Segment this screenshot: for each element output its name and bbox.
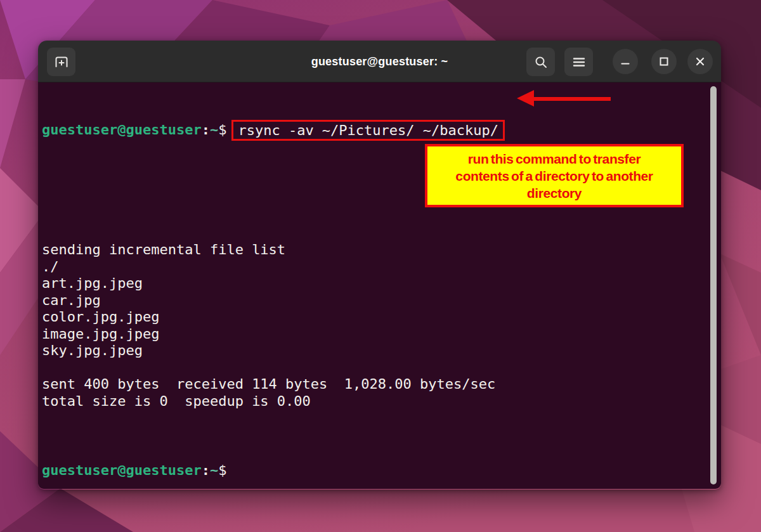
annotation-text-line: run this command to transfer [468, 150, 641, 167]
terminal-line: sending incremental file list [42, 242, 706, 259]
terminal-scrollbar[interactable] [710, 86, 717, 484]
terminal-line: art.jpg.jpeg [42, 275, 706, 292]
command-prompt-line: guestuser@guestuser:~$ rsync -av ~/Pictu… [42, 120, 706, 141]
terminal-line: image.jpg.jpeg [42, 326, 706, 343]
hamburger-menu-icon [571, 55, 587, 70]
new-tab-icon [53, 54, 70, 70]
search-button[interactable] [526, 48, 555, 76]
highlighted-command: rsync -av ~/Pictures/ ~/backup/ [231, 120, 505, 141]
close-button[interactable] [687, 49, 713, 74]
minimize-icon [619, 55, 632, 68]
menu-button[interactable] [564, 48, 593, 76]
annotation-callout: run this command to transfercontents of … [425, 144, 684, 207]
prompt-dollar: $ [218, 462, 226, 479]
annotation-text-line: contents of a directory to another [455, 167, 653, 185]
terminal-line: total size is 0 speedup is 0.00 [42, 393, 706, 410]
maximize-icon [658, 55, 670, 68]
prompt-path: ~ [210, 122, 218, 139]
prompt-colon: : [202, 462, 210, 479]
desktop: guestuser@guestuser: ~ [0, 0, 761, 532]
prompt-path: ~ [210, 462, 218, 479]
new-tab-button[interactable] [47, 48, 75, 76]
terminal-line: car.jpg [42, 292, 706, 309]
terminal-line [42, 360, 706, 377]
maximize-button[interactable] [651, 49, 677, 74]
terminal-line: sky.jpg.jpeg [42, 342, 706, 360]
prompt-dollar: $ [218, 122, 226, 139]
search-icon [533, 55, 549, 70]
terminal-window: guestuser@guestuser: ~ [38, 41, 721, 490]
idle-prompt-line: guestuser@guestuser:~$ [42, 460, 706, 481]
output-lines: sending incremental file list./art.jpg.j… [42, 191, 706, 410]
prompt-colon: : [202, 122, 210, 139]
terminal-line: color.jpg.jpeg [42, 309, 706, 326]
terminal-line: sent 400 bytes received 114 bytes 1,028.… [42, 376, 706, 393]
prompt-user-host: guestuser@guestuser [42, 122, 202, 139]
terminal-viewport[interactable]: guestuser@guestuser:~$ rsync -av ~/Pictu… [38, 82, 721, 489]
terminal-line: ./ [42, 259, 706, 276]
minimize-button[interactable] [613, 49, 638, 74]
titlebar[interactable]: guestuser@guestuser: ~ [38, 41, 721, 82]
close-icon [694, 55, 706, 68]
prompt-user-host: guestuser@guestuser [42, 462, 202, 479]
annotation-text-line: directory [527, 185, 582, 202]
